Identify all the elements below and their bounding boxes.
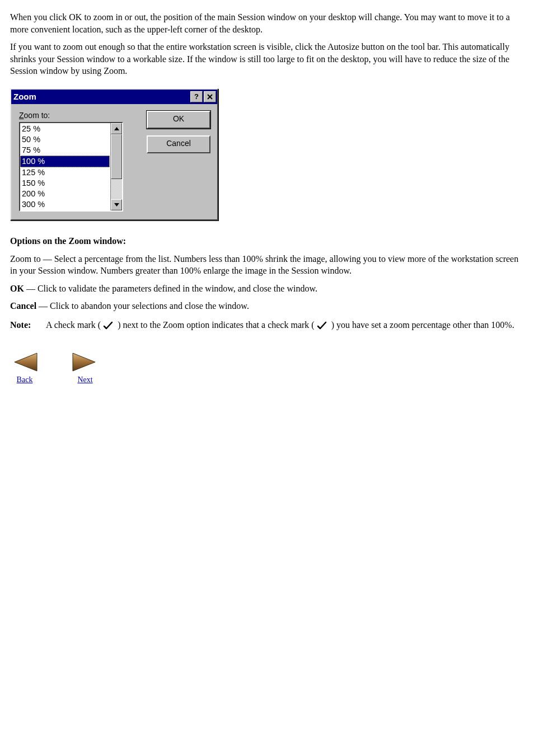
zoom-option[interactable]: 75 % <box>20 145 110 156</box>
scroll-track[interactable] <box>111 134 122 199</box>
zoom-option[interactable]: 25 % <box>20 124 110 134</box>
arrow-left-icon <box>10 350 39 374</box>
cancel-button[interactable]: Cancel <box>147 135 210 153</box>
dialog-titlebar: Zoom ? <box>11 90 217 104</box>
arrow-up-icon <box>114 127 119 130</box>
note-text: A check mark ( ) next to the Zoom option… <box>46 320 524 331</box>
nav-next-link[interactable]: Next <box>71 349 100 384</box>
scroll-thumb[interactable] <box>111 134 122 179</box>
nav-next-label: Next <box>77 375 92 384</box>
arrow-right-icon <box>71 350 100 374</box>
note-label: Note: <box>10 320 46 331</box>
nav-back-label: Back <box>17 375 33 384</box>
help-button[interactable]: ? <box>190 91 203 102</box>
nav-back-link[interactable]: Back <box>10 349 39 384</box>
close-button[interactable] <box>204 91 216 102</box>
zoom-to-description: Zoom to — Select a percentage from the l… <box>10 253 524 277</box>
options-heading: Options on the Zoom window: <box>10 235 524 247</box>
zoom-listbox[interactable]: 25 %50 %75 %100 %125 %150 %200 %300 % <box>19 122 123 212</box>
scrollbar[interactable] <box>110 123 122 210</box>
cancel-description: Cancel — Click to abandon your selection… <box>10 300 524 312</box>
scroll-down-button[interactable] <box>111 199 122 210</box>
zoom-option[interactable]: 200 % <box>20 189 110 199</box>
zoom-option[interactable]: 125 % <box>20 167 110 178</box>
arrow-down-icon <box>114 203 119 206</box>
close-icon <box>207 94 213 100</box>
checkmark-icon <box>317 321 329 331</box>
zoom-option[interactable]: 150 % <box>20 178 110 189</box>
checkmark-icon <box>103 321 115 331</box>
dialog-title: Zoom <box>13 92 189 101</box>
ok-description: OK — Click to validate the parameters de… <box>10 283 524 295</box>
zoom-option[interactable]: 50 % <box>20 134 110 145</box>
zoom-option[interactable]: 100 % <box>20 156 110 167</box>
note: Note: A check mark ( ) next to the Zoom … <box>10 320 524 331</box>
ok-button[interactable]: OK <box>147 111 210 129</box>
zoom-to-label: Zoom to: <box>19 111 131 120</box>
intro-paragraph-2: If you want to zoom out enough so that t… <box>10 41 524 77</box>
scroll-up-button[interactable] <box>111 123 122 134</box>
intro-paragraph-1: When you click OK to zoom in or out, the… <box>10 11 524 35</box>
zoom-dialog: Zoom ? Zoom to: 25 %50 %75 %100 %125 %15… <box>10 88 218 220</box>
zoom-option[interactable]: 300 % <box>20 199 110 210</box>
